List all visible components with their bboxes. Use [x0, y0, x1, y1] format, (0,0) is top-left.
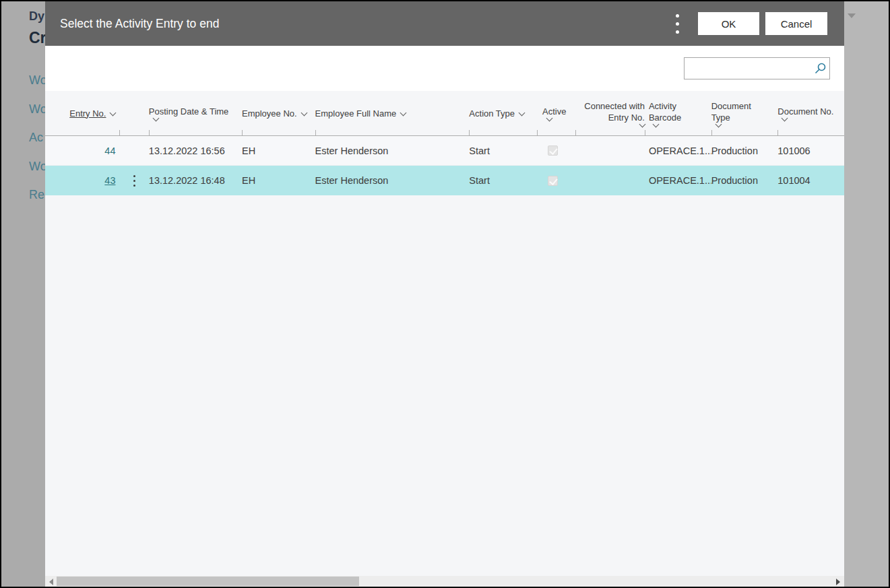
column-header-connected-with-entry-no[interactable]: Connected with Entry No. — [575, 91, 645, 135]
active-checkbox — [548, 145, 558, 156]
active-cell — [537, 136, 575, 165]
search-box[interactable] — [684, 57, 830, 79]
employee-name-cell: Ester Henderson — [315, 166, 470, 195]
table-header-row: Entry No. Posting Date & Time Employee N… — [45, 91, 844, 136]
background-link-3: Ac — [29, 131, 43, 145]
column-header-row-menu — [119, 91, 148, 135]
row-options-icon[interactable] — [131, 172, 138, 189]
connected-entry-cell — [575, 166, 645, 195]
chevron-down-icon — [519, 109, 526, 116]
column-header-action-type[interactable]: Action Type — [469, 91, 537, 135]
search-band — [45, 46, 844, 91]
action-type-cell: Start — [469, 136, 537, 165]
document-no-cell: 101006 — [777, 136, 844, 165]
chevron-down-icon — [110, 109, 117, 116]
background-link-1: Wo — [29, 73, 45, 88]
entry-link[interactable]: 44 — [104, 145, 115, 156]
column-header-entry-no[interactable]: Entry No. — [45, 91, 119, 135]
entry-link[interactable]: 43 — [104, 175, 115, 186]
dialog-title: Select the Activity Entry to end — [60, 17, 669, 31]
scrollbar-thumb[interactable] — [57, 577, 359, 586]
horizontal-scrollbar[interactable] — [45, 576, 844, 587]
screen: Dy Cr Wo Wo Ac Wo Re Select the Activity… — [0, 0, 890, 588]
action-type-cell: Start — [469, 166, 537, 195]
background-page-title: Cr — [29, 29, 45, 47]
document-type-cell: Production — [711, 136, 778, 165]
column-header-employee-no[interactable]: Employee No. — [242, 91, 315, 135]
column-header-activity-barcode[interactable]: Activity Barcode — [645, 91, 711, 135]
employee-no-cell: EH — [242, 166, 315, 195]
document-no-cell: 101004 — [777, 166, 844, 195]
column-header-posting-date[interactable]: Posting Date & Time — [149, 91, 242, 135]
activity-barcode-cell: OPERACE.1... — [645, 166, 711, 195]
document-type-cell: Production — [711, 166, 778, 195]
scroll-right-icon[interactable] — [836, 579, 840, 585]
dimmed-background-page: Dy Cr Wo Wo Ac Wo Re — [1, 1, 45, 587]
search-icon — [815, 63, 826, 74]
chevron-down-icon — [400, 109, 407, 116]
scroll-left-icon[interactable] — [49, 579, 53, 585]
column-header-employee-full-name[interactable]: Employee Full Name — [315, 91, 470, 135]
column-header-active[interactable]: Active — [537, 91, 575, 135]
active-checkbox — [548, 176, 558, 186]
background-link-4: Wo — [29, 160, 45, 174]
background-app-caption: Dy — [29, 9, 44, 24]
background-link-5: Re — [29, 188, 44, 202]
dialog-titlebar: Select the Activity Entry to end OK Canc… — [45, 1, 844, 46]
search-input[interactable] — [685, 58, 815, 79]
activity-entry-dialog: Select the Activity Entry to end OK Canc… — [45, 1, 844, 587]
posting-date-cell: 13.12.2022 16:56 — [149, 136, 242, 165]
ok-button[interactable]: OK — [698, 12, 759, 35]
column-header-document-type[interactable]: Document Type — [711, 91, 778, 135]
connected-entry-cell — [575, 136, 645, 165]
cancel-button[interactable]: Cancel — [765, 12, 827, 35]
employee-no-cell: EH — [242, 136, 315, 165]
table-row-selected[interactable]: 43 13.12.2022 16:48 EH Ester Henderson S… — [45, 166, 844, 195]
background-link-2: Wo — [29, 102, 45, 117]
more-options-icon[interactable] — [669, 10, 686, 38]
active-cell — [537, 166, 575, 195]
column-header-document-no[interactable]: Document No. — [777, 91, 844, 135]
chevron-down-icon — [300, 109, 307, 116]
employee-name-cell: Ester Henderson — [315, 136, 470, 165]
background-dropdown-caret-icon — [848, 13, 856, 18]
activity-barcode-cell: OPERACE.1... — [645, 136, 711, 165]
table-row[interactable]: 44 13.12.2022 16:56 EH Ester Henderson S… — [45, 136, 844, 166]
posting-date-cell: 13.12.2022 16:48 — [149, 166, 242, 195]
